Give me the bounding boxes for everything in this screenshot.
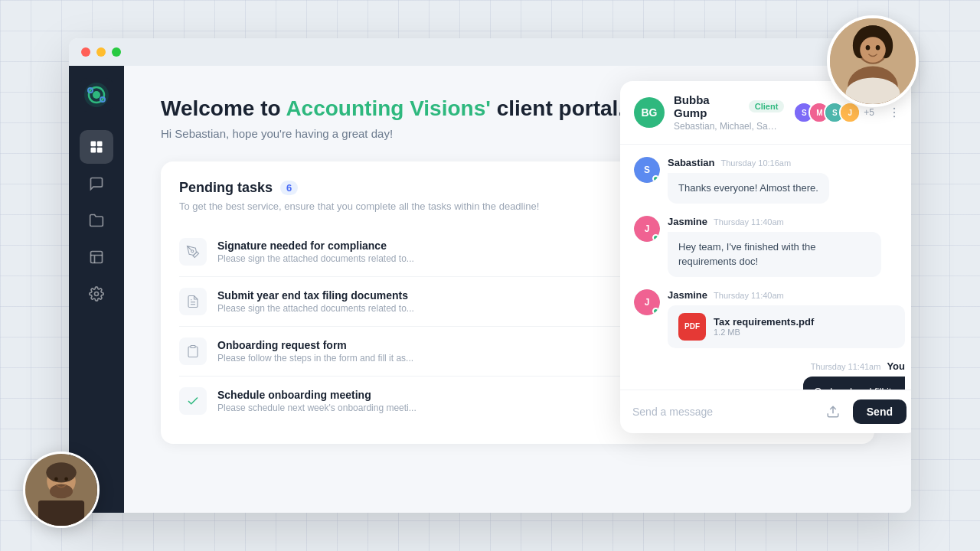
- msg-header-1: Sabastian Thursday 10:16am: [668, 157, 905, 168]
- avatar-count: +5: [864, 107, 874, 118]
- task-icon-2: [179, 288, 207, 315]
- msg-content-2: Jasmine Thursday 11:40am Hey team, I've …: [668, 216, 905, 277]
- sidebar-item-settings[interactable]: [80, 277, 113, 311]
- main-content: Welcome to Accounting Visions' client po…: [124, 66, 911, 513]
- svg-rect-28: [91, 252, 103, 263]
- msg-bubble-1: Thanks everyone! Almost there.: [668, 173, 829, 204]
- svg-point-13: [46, 462, 76, 482]
- user-avatar-top: [827, 15, 919, 107]
- msg-bubble-4: Go head and fill it.: [803, 377, 905, 390]
- msg-avatar-sabastian: S: [634, 157, 660, 183]
- msg-header-3: Jasmine Thursday 11:40am: [668, 289, 905, 301]
- msg-header-2: Jasmine Thursday 11:40am: [668, 216, 905, 227]
- msg-bubble-2: Hey team, I've finished with the require…: [668, 232, 881, 277]
- sidebar: [69, 66, 124, 513]
- msg-name-1: Sabastian: [668, 157, 714, 168]
- msg-content-1: Sabastian Thursday 10:16am Thanks everyo…: [668, 157, 905, 204]
- msg-time-1: Thursday 10:16am: [720, 158, 791, 168]
- pdf-size: 1.2 MB: [714, 328, 814, 337]
- msg-name-2: Jasmine: [668, 216, 707, 227]
- chat-members: Sebastian, Michael, Sammy, Jasmine ...: [674, 121, 784, 132]
- msg-time-3: Thursday 11:40am: [714, 291, 784, 300]
- titlebar-dot-yellow: [96, 47, 106, 57]
- chat-upload-button[interactable]: [821, 399, 845, 424]
- client-badge: Client: [749, 100, 785, 112]
- msg-name-3: Jasmine: [668, 289, 707, 301]
- msg-avatar-jasmine-1: J: [634, 216, 660, 242]
- pdf-info: Tax requirements.pdf 1.2 MB: [714, 316, 814, 337]
- chat-messages: S Sabastian Thursday 10:16am Thanks ever…: [620, 145, 911, 390]
- header-avatar-4: J: [839, 102, 861, 123]
- browser-titlebar: [69, 38, 911, 66]
- tasks-count: 6: [280, 181, 298, 195]
- sidebar-item-reports[interactable]: [80, 240, 113, 274]
- chat-group-avatar: BG: [634, 97, 665, 128]
- svg-rect-24: [91, 142, 96, 147]
- chat-header-info: Bubba Gump Client Sebastian, Michael, Sa…: [674, 93, 784, 132]
- sidebar-item-dashboard[interactable]: [80, 130, 113, 164]
- app-logo: [80, 78, 113, 112]
- chat-message-input[interactable]: [632, 406, 813, 418]
- chat-send-button[interactable]: Send: [853, 399, 906, 424]
- chat-input-area: Send: [620, 390, 911, 433]
- message-group-2: J Jasmine Thursday 11:40am Hey team, I'v…: [634, 216, 905, 277]
- message-group-3: J Jasmine Thursday 11:40am PDF: [634, 289, 905, 348]
- svg-point-21: [93, 91, 100, 99]
- pdf-name: Tax requirements.pdf: [714, 316, 814, 328]
- svg-point-7: [860, 37, 886, 63]
- svg-point-34: [893, 108, 895, 109]
- svg-point-35: [893, 112, 895, 113]
- svg-rect-33: [191, 346, 195, 348]
- svg-point-16: [64, 478, 68, 481]
- svg-point-8: [866, 45, 871, 51]
- msg-time-2: Thursday 11:40am: [714, 217, 784, 227]
- pdf-icon: PDF: [678, 313, 706, 341]
- svg-rect-25: [97, 142, 103, 147]
- tasks-title: Pending tasks: [179, 180, 273, 196]
- chat-panel: BG Bubba Gump Client Sebastian, Michael,…: [620, 81, 911, 433]
- msg-time-4: Thursday 11:41am: [811, 362, 881, 371]
- msg-avatar-jasmine-2: J: [634, 289, 660, 315]
- group-name-text: Bubba Gump: [674, 93, 743, 119]
- svg-point-36: [893, 116, 895, 117]
- svg-point-30: [191, 250, 194, 253]
- svg-point-14: [50, 484, 73, 498]
- svg-rect-18: [38, 500, 84, 526]
- browser-window: Welcome to Accounting Visions' client po…: [69, 38, 911, 513]
- svg-point-29: [95, 292, 99, 296]
- svg-point-15: [54, 478, 58, 481]
- msg-content-4: You Thursday 11:41am Go head and fill it…: [634, 360, 905, 390]
- task-icon-1: [179, 238, 207, 266]
- message-group-1: S Sabastian Thursday 10:16am Thanks ever…: [634, 157, 905, 204]
- pdf-attachment[interactable]: PDF Tax requirements.pdf 1.2 MB: [668, 305, 905, 348]
- svg-rect-26: [91, 148, 96, 153]
- task-icon-3: [179, 337, 207, 365]
- titlebar-dot-green: [112, 47, 121, 57]
- msg-content-3: Jasmine Thursday 11:40am PDF Tax require…: [668, 289, 905, 348]
- chat-group-name: Bubba Gump Client: [674, 93, 784, 119]
- sidebar-item-files[interactable]: [80, 204, 113, 237]
- msg-header-4: You Thursday 11:41am: [811, 360, 905, 372]
- welcome-title-start: Welcome to: [161, 96, 286, 120]
- task-icon-4: [179, 387, 207, 415]
- sidebar-nav: [80, 130, 113, 500]
- sidebar-item-messages[interactable]: [80, 167, 113, 201]
- user-avatar-bottom-left: [23, 452, 100, 528]
- svg-rect-27: [97, 148, 103, 153]
- chat-more-button[interactable]: [884, 102, 905, 123]
- welcome-title-end: client portal.: [491, 96, 624, 120]
- message-group-4: You Thursday 11:41am Go head and fill it…: [634, 360, 905, 390]
- titlebar-dot-red: [81, 47, 90, 57]
- welcome-title-accent: Accounting Visions': [286, 96, 491, 120]
- msg-name-4: You: [887, 360, 905, 372]
- svg-point-9: [876, 45, 880, 51]
